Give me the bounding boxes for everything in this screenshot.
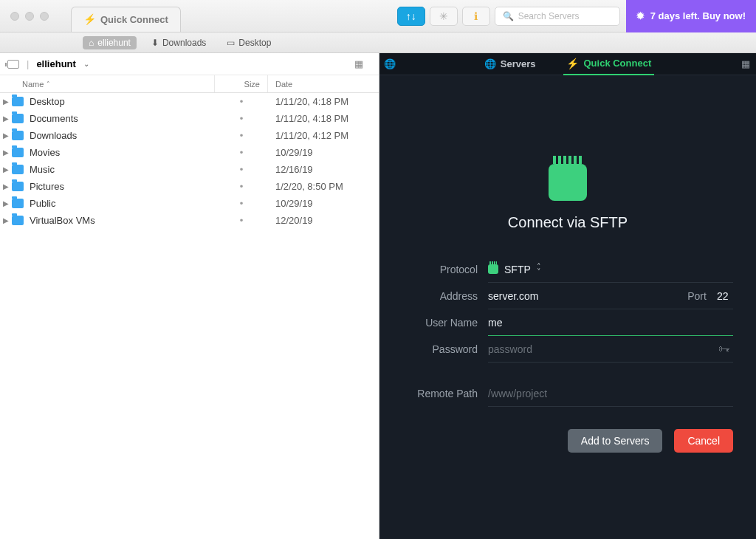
label-remote-path: Remote Path xyxy=(402,388,488,399)
window-titlebar: ⚡ Quick Connect ↑↓ ✳ ℹ 🔍 Search Servers … xyxy=(0,0,756,32)
username-input[interactable] xyxy=(488,317,733,329)
trial-banner[interactable]: ✹ 7 days left. Buy now! xyxy=(626,0,756,32)
search-servers-field[interactable]: 🔍 Search Servers xyxy=(495,7,620,26)
sort-asc-icon: ˄ xyxy=(47,80,50,88)
globe-icon: 🌐 xyxy=(484,58,496,69)
disclosure-triangle-icon[interactable]: ▶ xyxy=(0,182,12,190)
file-date: 1/11/20, 4:18 PM xyxy=(268,113,379,124)
file-row[interactable]: ▶Pictures•1/2/20, 8:50 PM xyxy=(0,178,379,195)
quick-connect-panel: Connect via SFTP Protocol SFTP ˄˅ Addres… xyxy=(379,75,756,539)
disclosure-triangle-icon[interactable]: ▶ xyxy=(0,131,12,140)
label-password: Password xyxy=(402,343,488,355)
key-icon[interactable]: 🗝 xyxy=(718,343,730,356)
file-name: Public xyxy=(30,198,215,209)
bolt-icon: ⚡ xyxy=(566,58,579,69)
file-row[interactable]: ▶Music•12/16/19 xyxy=(0,161,379,178)
address-input[interactable] xyxy=(488,290,681,302)
breadcrumb-home[interactable]: ⌂ elliehunt xyxy=(83,36,137,49)
file-name: Music xyxy=(30,164,215,175)
label-address: Address xyxy=(402,290,488,302)
view-mode-toggle[interactable]: ▦ xyxy=(352,58,365,71)
home-icon: ⌂ xyxy=(89,38,94,48)
file-size: • xyxy=(215,113,268,124)
file-date: 1/11/20, 4:18 PM xyxy=(268,96,379,107)
close-window-button[interactable] xyxy=(10,12,19,21)
panel-layout-toggle[interactable]: ▦ xyxy=(735,58,756,69)
address-input-row: Port 22 xyxy=(488,283,733,309)
file-row[interactable]: ▶Movies•10/29/19 xyxy=(0,144,379,161)
folder-icon xyxy=(12,114,24,123)
activity-icon: ✳ xyxy=(439,10,448,22)
password-input[interactable] xyxy=(488,343,733,355)
add-to-servers-button[interactable]: Add to Servers xyxy=(568,429,663,453)
cancel-button[interactable]: Cancel xyxy=(674,429,733,453)
disclosure-triangle-icon[interactable]: ▶ xyxy=(0,114,12,123)
globe-icon[interactable]: 🌐 xyxy=(379,58,400,69)
breadcrumb-downloads[interactable]: ⬇ Downloads xyxy=(145,36,212,49)
file-date: 1/11/20, 4:12 PM xyxy=(268,130,379,141)
remote-pane: 🌐 🌐 Servers ⚡ Quick Connect ▦ Connect vi… xyxy=(379,53,756,539)
file-name: Movies xyxy=(30,147,215,158)
protocol-select[interactable]: SFTP ˄˅ xyxy=(488,256,733,283)
chevron-down-icon: ⌄ xyxy=(83,60,89,68)
window-tab-label: Quick Connect xyxy=(100,14,168,25)
file-date: 10/29/19 xyxy=(268,198,379,209)
local-location-label: elliehunt xyxy=(36,58,75,69)
file-row[interactable]: ▶Documents•1/11/20, 4:18 PM xyxy=(0,110,379,127)
disclosure-triangle-icon[interactable]: ▶ xyxy=(0,148,12,157)
file-name: Downloads xyxy=(30,130,215,141)
file-size: • xyxy=(215,215,268,226)
tab-quick-connect[interactable]: ⚡ Quick Connect xyxy=(563,53,654,75)
ethernet-plug-icon xyxy=(549,164,587,201)
breadcrumb-desktop[interactable]: ▭ Desktop xyxy=(221,36,277,49)
label-port: Port xyxy=(687,290,707,302)
disclosure-triangle-icon[interactable]: ▶ xyxy=(0,199,12,207)
column-name[interactable]: Name ˄ xyxy=(0,75,215,92)
file-row[interactable]: ▶Public•10/29/19 xyxy=(0,195,379,212)
folder-icon xyxy=(12,131,24,140)
file-size: • xyxy=(215,164,268,175)
file-columns-header: Name ˄ Size Date xyxy=(0,75,379,93)
transfer-icon: ↑↓ xyxy=(406,10,416,22)
desktop-icon: ▭ xyxy=(227,38,235,48)
bolt-icon: ⚡ xyxy=(83,13,96,25)
column-size[interactable]: Size xyxy=(215,75,268,92)
disclosure-triangle-icon[interactable]: ▶ xyxy=(0,165,12,174)
disk-icon xyxy=(7,60,19,69)
file-name: Documents xyxy=(30,113,215,124)
search-icon: 🔍 xyxy=(503,11,514,21)
local-location-bar[interactable]: | elliehunt ⌄ ▦ xyxy=(0,53,379,75)
search-placeholder: Search Servers xyxy=(518,11,580,21)
file-date: 12/20/19 xyxy=(268,215,379,226)
file-size: • xyxy=(215,198,268,209)
port-value[interactable]: 22 xyxy=(717,290,733,302)
activity-button[interactable]: ✳ xyxy=(430,7,458,26)
zoom-window-button[interactable] xyxy=(40,12,49,21)
file-date: 1/2/20, 8:50 PM xyxy=(268,181,379,192)
file-date: 12/16/19 xyxy=(268,164,379,175)
file-name: Pictures xyxy=(30,181,215,192)
trial-text: 7 days left. Buy now! xyxy=(650,10,746,21)
breadcrumb-bar: ⌂ elliehunt ⬇ Downloads ▭ Desktop xyxy=(0,32,756,53)
window-tab-quick-connect[interactable]: ⚡ Quick Connect xyxy=(71,7,181,32)
folder-icon xyxy=(12,165,24,174)
file-row[interactable]: ▶VirtualBox VMs•12/20/19 xyxy=(0,212,379,229)
disclosure-triangle-icon[interactable]: ▶ xyxy=(0,216,12,224)
remote-path-input[interactable] xyxy=(488,388,733,399)
local-pane: | elliehunt ⌄ ▦ Name ˄ Size Date ▶Deskto… xyxy=(0,53,379,539)
label-protocol: Protocol xyxy=(402,264,488,275)
folder-icon xyxy=(12,97,24,106)
info-icon: ℹ xyxy=(474,10,478,22)
tab-servers[interactable]: 🌐 Servers xyxy=(481,53,539,75)
folder-icon xyxy=(12,148,24,157)
minimize-window-button[interactable] xyxy=(25,12,34,21)
info-button[interactable]: ℹ xyxy=(462,7,490,26)
file-row[interactable]: ▶Downloads•1/11/20, 4:12 PM xyxy=(0,127,379,144)
column-date[interactable]: Date xyxy=(268,75,379,92)
file-row[interactable]: ▶Desktop•1/11/20, 4:18 PM xyxy=(0,93,379,110)
file-size: • xyxy=(215,147,268,158)
sync-button[interactable]: ↑↓ xyxy=(397,7,425,26)
disclosure-triangle-icon[interactable]: ▶ xyxy=(0,97,12,106)
remote-tabs: 🌐 🌐 Servers ⚡ Quick Connect ▦ xyxy=(379,53,756,75)
file-name: Desktop xyxy=(30,96,215,107)
